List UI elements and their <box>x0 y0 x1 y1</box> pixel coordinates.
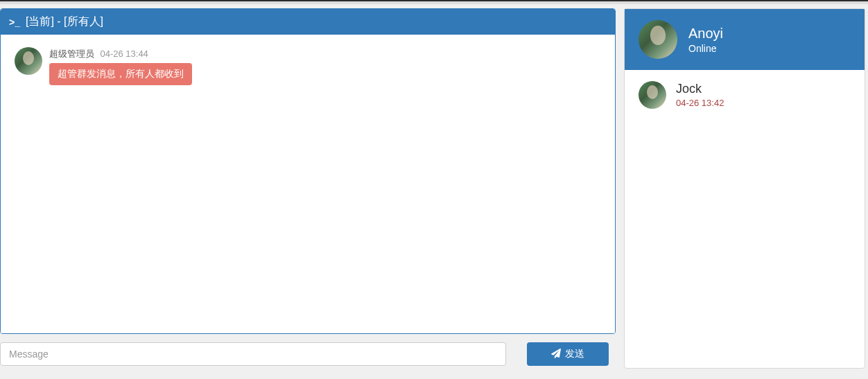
avatar[interactable] <box>15 47 42 75</box>
profile-avatar[interactable] <box>639 20 677 59</box>
contact-info: Jock 04-26 13:42 <box>676 82 724 108</box>
message-bubble: 超管群发消息，所有人都收到 <box>49 63 192 85</box>
profile-info: Anoyi Online <box>688 26 723 54</box>
contact-avatar <box>639 81 666 109</box>
contact-name: Jock <box>676 82 724 96</box>
contact-item[interactable]: Jock 04-26 13:42 <box>639 81 851 109</box>
paper-plane-icon <box>551 349 561 360</box>
message-row: 超级管理员 04-26 13:44 超管群发消息，所有人都收到 <box>15 47 601 85</box>
chat-header: >_ [当前] - [所有人] <box>1 9 615 35</box>
message-input[interactable] <box>0 342 506 366</box>
compose-row: 发送 <box>0 342 616 366</box>
chat-title: [当前] - [所有人] <box>26 15 103 29</box>
profile-status: Online <box>688 43 723 54</box>
sender-name: 超级管理员 <box>49 49 94 59</box>
message-time: 04-26 13:44 <box>100 49 148 59</box>
terminal-icon: >_ <box>9 17 20 28</box>
chat-body[interactable]: 超级管理员 04-26 13:44 超管群发消息，所有人都收到 <box>1 35 615 333</box>
main-container: >_ [当前] - [所有人] 超级管理员 04-26 13:44 超管群发消息… <box>0 4 868 379</box>
send-button-label: 发送 <box>565 348 584 360</box>
send-button[interactable]: 发送 <box>527 342 609 366</box>
message-meta: 超级管理员 04-26 13:44 <box>49 47 192 60</box>
right-panel: Anoyi Online Jock 04-26 13:42 <box>624 8 865 369</box>
message-content-wrap: 超级管理员 04-26 13:44 超管群发消息，所有人都收到 <box>49 47 192 85</box>
profile-name: Anoyi <box>688 26 723 42</box>
contact-list: Jock 04-26 13:42 <box>625 70 865 120</box>
profile-header: Anoyi Online <box>625 9 865 70</box>
chat-panel: >_ [当前] - [所有人] 超级管理员 04-26 13:44 超管群发消息… <box>0 8 616 334</box>
contact-time: 04-26 13:42 <box>676 98 724 108</box>
left-column: >_ [当前] - [所有人] 超级管理员 04-26 13:44 超管群发消息… <box>0 4 616 379</box>
